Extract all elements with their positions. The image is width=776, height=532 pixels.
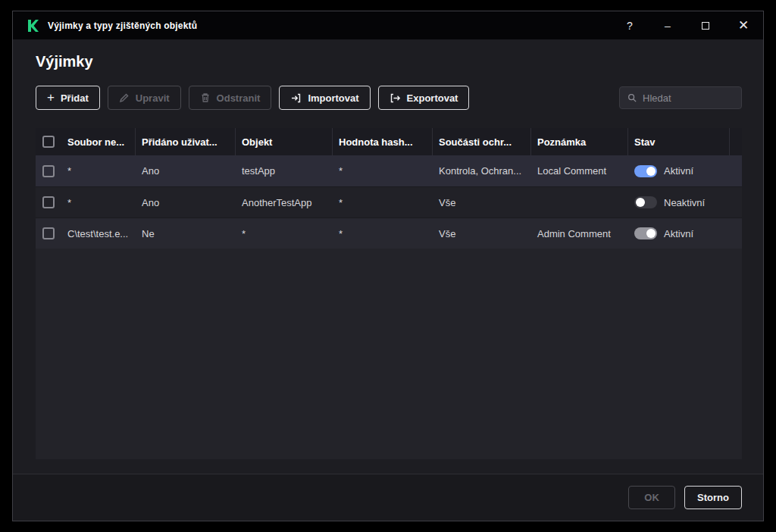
titlebar: Výjimky a typy zjištěných objektů ? – ✕ [13, 11, 763, 39]
dialog-content: Výjimky + Přidat Upravit Odstranit [13, 39, 763, 521]
add-button[interactable]: + Přidat [36, 86, 100, 110]
trash-icon [200, 92, 211, 103]
import-button[interactable]: Importovat [279, 86, 370, 110]
toolbar: + Přidat Upravit Odstranit Importovat [36, 86, 742, 110]
page-title: Výjimky [36, 53, 763, 70]
toggle-knob [646, 229, 656, 238]
help-button[interactable]: ? [622, 18, 637, 33]
cell-comment: Local Comment [531, 165, 628, 177]
exclusions-table: Soubor ne... Přidáno uživat... Objekt Ho… [36, 128, 742, 459]
status-label: Aktivní [664, 228, 693, 239]
cell-components: Vše [433, 228, 531, 239]
remove-button-label: Odstranit [217, 92, 261, 104]
column-header-file[interactable]: Soubor ne... [61, 128, 136, 155]
cell-file: * [61, 165, 136, 177]
row-checkbox[interactable] [42, 165, 55, 177]
cell-components: Vše [433, 197, 531, 208]
import-icon [290, 92, 302, 104]
column-header-spacer [730, 128, 742, 155]
row-checkbox-cell [36, 187, 61, 217]
export-icon [390, 92, 401, 104]
window-controls: ? – ✕ [622, 18, 751, 33]
kaspersky-logo-icon [25, 18, 40, 33]
status-label: Neaktivní [664, 197, 705, 208]
status-label: Aktivní [664, 165, 693, 177]
minimize-button[interactable]: – [660, 18, 675, 33]
close-button[interactable]: ✕ [736, 18, 751, 33]
column-header-added-by-user[interactable]: Přidáno uživat... [136, 128, 236, 155]
table-header-row: Soubor ne... Přidáno uživat... Objekt Ho… [36, 128, 742, 155]
toggle-knob [646, 167, 656, 176]
cell-status: Neaktivní [628, 196, 730, 208]
column-header-object[interactable]: Objekt [236, 128, 333, 155]
cell-hash: * [333, 228, 433, 239]
select-all-cell [36, 128, 61, 155]
cell-added-by-user: Ano [136, 165, 236, 177]
column-header-components[interactable]: Součásti ochr... [433, 128, 531, 155]
export-button-label: Exportovat [407, 92, 458, 104]
add-button-label: Přidat [61, 92, 89, 104]
maximize-button[interactable] [698, 18, 713, 33]
row-checkbox-cell [36, 218, 61, 249]
export-button[interactable]: Exportovat [378, 86, 470, 110]
table-row[interactable]: C\test\test.e... Ne * * Vše Admin Commen… [36, 217, 742, 249]
status-toggle[interactable] [634, 165, 657, 177]
remove-button[interactable]: Odstranit [189, 86, 272, 110]
table-row[interactable]: * Ano AnotherTestApp * Vše Neaktivní [36, 186, 742, 217]
ok-button[interactable]: OK [628, 486, 675, 509]
window-title: Výjimky a typy zjištěných objektů [48, 20, 197, 31]
status-toggle[interactable] [634, 227, 657, 239]
search-input[interactable] [643, 92, 734, 104]
cell-file: C\test\test.e... [61, 228, 136, 239]
row-checkbox-cell [36, 155, 61, 186]
column-header-comment[interactable]: Poznámka [531, 128, 628, 155]
search-box [619, 86, 742, 109]
edit-button[interactable]: Upravit [108, 86, 181, 110]
cell-status: Aktivní [628, 227, 730, 239]
cell-object: * [236, 228, 333, 239]
cell-added-by-user: Ne [136, 228, 236, 239]
row-checkbox[interactable] [42, 196, 55, 208]
row-checkbox[interactable] [42, 227, 55, 239]
table-row[interactable]: * Ano testApp * Kontrola, Ochran... Loca… [36, 155, 742, 186]
column-header-hash[interactable]: Hodnota hash... [333, 128, 433, 155]
dialog-window: Výjimky a typy zjištěných objektů ? – ✕ … [12, 11, 764, 521]
cell-status: Aktivní [628, 165, 730, 177]
search-icon [627, 92, 637, 103]
cancel-button[interactable]: Storno [684, 486, 742, 509]
cell-file: * [61, 197, 136, 208]
column-header-status[interactable]: Stav [628, 128, 730, 155]
pencil-icon [119, 92, 130, 103]
toggle-knob [636, 198, 645, 207]
dialog-footer: OK Storno [13, 474, 763, 521]
status-toggle[interactable] [634, 196, 657, 208]
edit-button-label: Upravit [136, 92, 170, 104]
import-button-label: Importovat [308, 92, 358, 104]
maximize-icon [702, 22, 709, 30]
plus-icon: + [47, 91, 55, 104]
cell-object: AnotherTestApp [236, 197, 333, 208]
cell-object: testApp [236, 165, 333, 177]
cell-added-by-user: Ano [136, 197, 236, 208]
cell-hash: * [333, 165, 433, 177]
cell-comment: Admin Comment [531, 228, 628, 239]
cell-hash: * [333, 197, 433, 208]
select-all-checkbox[interactable] [42, 136, 55, 148]
cell-components: Kontrola, Ochran... [433, 165, 531, 177]
